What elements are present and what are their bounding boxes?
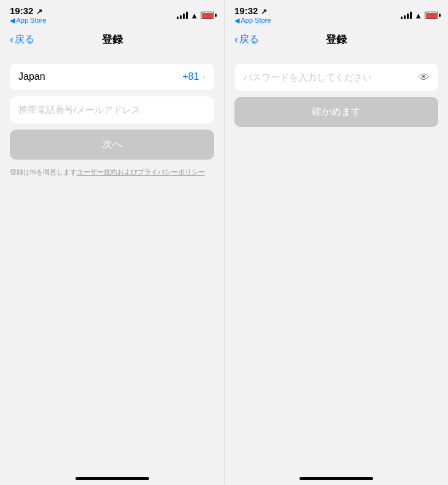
chevron-right-icon: › xyxy=(203,72,206,82)
status-left-2: 19:32 ↗ ◀ App Store xyxy=(234,6,271,25)
battery-icon-2 xyxy=(425,12,438,19)
confirm-button[interactable]: 確かめます xyxy=(234,97,438,127)
country-name: Japan xyxy=(18,71,45,82)
signal-icon-2 xyxy=(401,12,412,19)
country-code: +81 xyxy=(182,71,199,82)
page-title-1: 登録 xyxy=(102,33,123,47)
appstore-back-2[interactable]: ◀ App Store xyxy=(234,17,271,25)
terms-text: 登録は%を同意しますユーザー規約およびプライバシーポリシー xyxy=(10,166,214,179)
terms-link[interactable]: ユーザー規約およびプライバシーポリシー xyxy=(77,168,205,176)
status-icons-2: ▲ xyxy=(401,11,438,20)
content-1: Japan +81 › 次へ 登録は%を同意しますユーザー規約およびプライバシー… xyxy=(0,54,224,485)
back-button-2[interactable]: ‹ 戻る xyxy=(234,33,259,46)
page-title-2: 登録 xyxy=(326,33,347,47)
back-label-1[interactable]: 戻る xyxy=(15,33,34,46)
battery-icon-1 xyxy=(201,12,214,19)
country-code-row: +81 › xyxy=(182,71,206,82)
eye-icon[interactable]: 👁 xyxy=(419,71,430,84)
back-button-1[interactable]: ‹ 戻る xyxy=(10,33,34,46)
appstore-back-1[interactable]: ◀ App Store xyxy=(10,17,46,25)
next-button[interactable]: 次へ xyxy=(10,130,214,160)
home-indicator-2 xyxy=(299,477,373,480)
country-row[interactable]: Japan +81 › xyxy=(10,64,214,90)
wifi-icon-2: ▲ xyxy=(414,11,422,20)
password-input-row[interactable]: 👁 xyxy=(234,64,438,91)
wifi-icon-1: ▲ xyxy=(190,11,198,20)
home-indicator-1 xyxy=(75,477,149,480)
country-selector[interactable]: Japan +81 › xyxy=(10,64,214,90)
password-input[interactable] xyxy=(243,64,419,91)
nav-bar-2: ‹ 戻る 登録 xyxy=(225,27,448,54)
signal-icon-1 xyxy=(177,12,188,19)
back-label-2[interactable]: 戻る xyxy=(239,33,259,46)
phone-email-input[interactable] xyxy=(10,96,214,123)
screen-1: 19:32 ↗ ◀ App Store ▲ ‹ 戻る 登録 xyxy=(0,0,224,485)
chevron-left-icon-2: ‹ xyxy=(234,34,238,45)
nav-bar-1: ‹ 戻る 登録 xyxy=(0,27,224,54)
status-bar-1: 19:32 ↗ ◀ App Store ▲ xyxy=(0,0,224,27)
screen-2: 19:32 ↗ ◀ App Store ▲ ‹ 戻る 登録 xyxy=(224,0,448,485)
time-2: 19:32 ↗ xyxy=(234,6,267,17)
chevron-left-icon-1: ‹ xyxy=(10,34,14,45)
time-1: 19:32 ↗ xyxy=(10,6,42,17)
status-bar-2: 19:32 ↗ ◀ App Store ▲ xyxy=(225,0,448,27)
status-left-1: 19:32 ↗ ◀ App Store xyxy=(10,6,46,25)
content-2: 👁 確かめます xyxy=(225,54,448,485)
status-icons-1: ▲ xyxy=(177,11,214,20)
